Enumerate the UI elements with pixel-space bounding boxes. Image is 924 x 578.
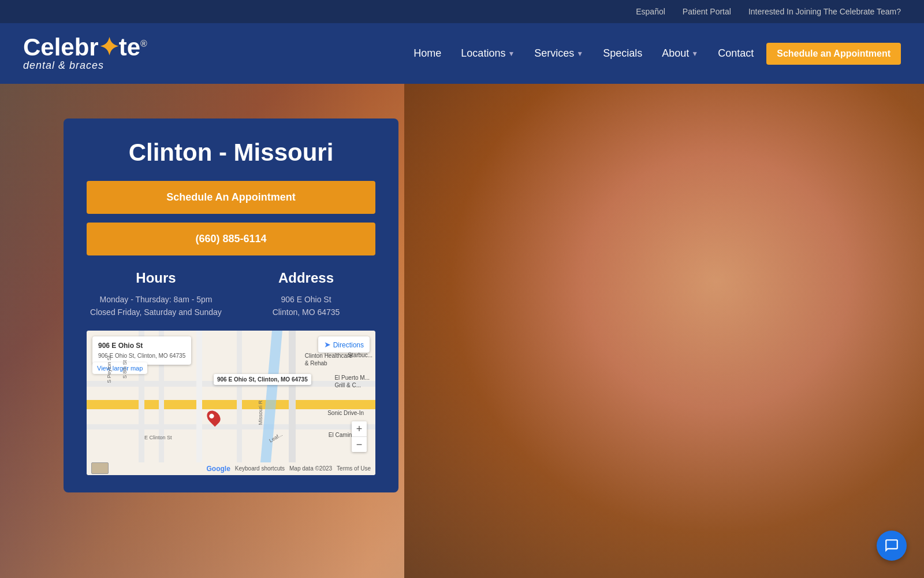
nav-specials[interactable]: Specials xyxy=(596,43,649,64)
espanol-link[interactable]: Español xyxy=(636,7,665,16)
about-chevron-icon: ▼ xyxy=(691,50,698,58)
map-directions-button[interactable]: ➤ Directions xyxy=(318,336,370,353)
nav-services[interactable]: Services ▼ xyxy=(527,43,590,64)
hero-section: Clinton - Missouri Schedule An Appointme… xyxy=(0,84,924,578)
map-road-v3 xyxy=(196,331,202,475)
map-starbucks: Starbuc... xyxy=(348,352,372,358)
address-title: Address xyxy=(237,270,375,286)
top-bar: Español Patient Portal Interested In Joi… xyxy=(0,0,924,23)
map-zoom-out-button[interactable]: − xyxy=(352,437,367,452)
map-data-label: Map data ©2023 xyxy=(289,465,332,472)
map-keyboard-hint: Keyboard shortcuts xyxy=(235,465,285,472)
schedule-appointment-button[interactable]: Schedule An Appointment xyxy=(87,181,375,214)
map-nearby-1: Clinton Healthcare& Rehab xyxy=(305,352,352,367)
hours-col: Hours Monday - Thursday: 8am - 5pm Close… xyxy=(87,270,225,319)
join-team-link[interactable]: Interested In Joining The Celebrate Team… xyxy=(748,7,901,16)
map-road-v5 xyxy=(289,331,296,475)
map-zoom-in-button[interactable]: + xyxy=(352,421,367,437)
main-nav: Home Locations ▼ Services ▼ Specials Abo… xyxy=(407,43,901,65)
location-card: Clinton - Missouri Schedule An Appointme… xyxy=(64,118,398,492)
map-view-larger-button[interactable]: View larger map xyxy=(92,362,147,374)
logo-sub: dental & braces xyxy=(23,60,104,72)
map-road-main-h xyxy=(87,400,375,409)
map-inner: 906 E Ohio St 906 E Ohio St, Clinton, MO… xyxy=(87,331,375,475)
map-nearby-2: El Puerto M...Grill & C... xyxy=(334,374,370,389)
map-street-8th: S 8th St xyxy=(122,360,128,379)
services-chevron-icon: ▼ xyxy=(576,50,583,58)
map-road-h3 xyxy=(87,424,375,429)
header: Celebr✦te® dental & braces Home Location… xyxy=(0,23,924,84)
nav-contact[interactable]: Contact xyxy=(711,43,761,64)
map-sonic: Sonic Drive-In xyxy=(327,410,364,416)
logo-text: Celebr✦te® xyxy=(23,35,147,60)
location-title: Clinton - Missouri xyxy=(87,139,375,166)
map-popup: 906 E Ohio St, Clinton, MO 64735 xyxy=(214,374,311,385)
logo-star: ✦ xyxy=(99,34,119,61)
map-street-clinton: E Clinton St xyxy=(144,435,172,440)
nav-about[interactable]: About ▼ xyxy=(655,43,705,64)
hours-line1: Monday - Thursday: 8am - 5pm xyxy=(87,293,225,306)
map-zoom-controls: + − xyxy=(352,421,367,452)
address-line1: 906 E Ohio St xyxy=(237,293,375,306)
patient-portal-link[interactable]: Patient Portal xyxy=(683,7,731,16)
address-line2: Clinton, MO 64735 xyxy=(237,306,375,318)
nav-schedule[interactable]: Schedule an Appointment xyxy=(766,43,901,65)
map-thumbnail xyxy=(91,462,109,474)
map-road-v4 xyxy=(237,331,242,475)
map-terms-link[interactable]: Terms of Use xyxy=(337,465,371,472)
address-col: Address 906 E Ohio St Clinton, MO 64735 xyxy=(237,270,375,319)
chat-bubble-button[interactable] xyxy=(877,531,907,561)
phone-button[interactable]: (660) 885-6114 xyxy=(87,223,375,255)
info-row: Hours Monday - Thursday: 8am - 5pm Close… xyxy=(87,270,375,319)
google-logo: Google xyxy=(206,465,230,473)
hours-title: Hours xyxy=(87,270,225,286)
nav-locations[interactable]: Locations ▼ xyxy=(454,43,521,64)
nav-home[interactable]: Home xyxy=(407,43,448,64)
locations-chevron-icon: ▼ xyxy=(508,50,515,58)
logo[interactable]: Celebr✦te® dental & braces xyxy=(23,35,147,72)
chat-icon xyxy=(884,538,899,553)
map-footer: Google Keyboard shortcuts Map data ©2023… xyxy=(87,462,375,475)
map-street-peyton: S Peyton St xyxy=(106,356,112,384)
map-street-missouri: Missouri R xyxy=(258,401,263,425)
hours-line2: Closed Friday, Saturday and Sunday xyxy=(87,306,225,318)
map-container[interactable]: 906 E Ohio St 906 E Ohio St, Clinton, MO… xyxy=(87,331,375,475)
